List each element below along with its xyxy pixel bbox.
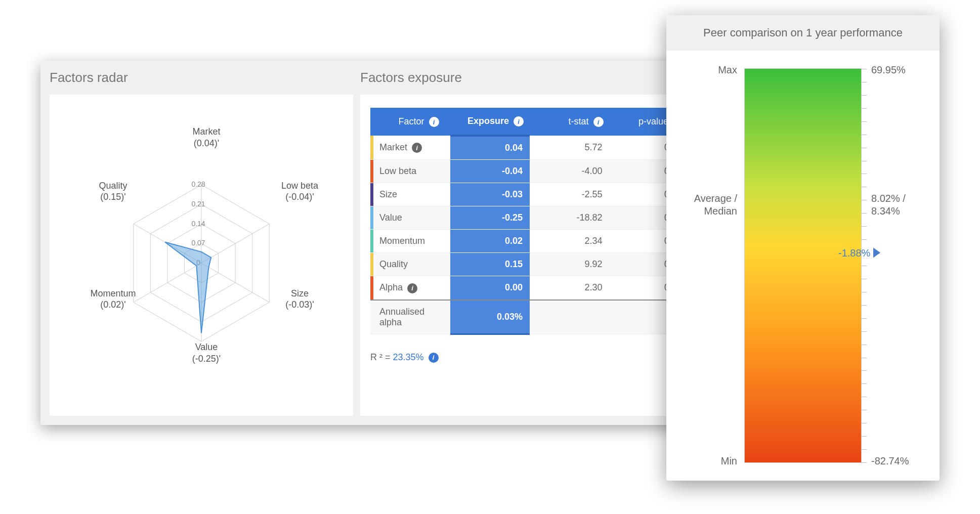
main-panel: Factors radar 00.070.140.210.28 Market (… <box>40 61 708 425</box>
cell-tstat: 9.92 <box>530 253 610 276</box>
col-exposure: Exposure i <box>450 108 530 136</box>
avg-median-label: Average / Median <box>694 192 737 218</box>
col-t-stat: t-stat i <box>530 108 610 136</box>
performance-indicator: -1.88% <box>838 247 880 259</box>
radar-axis-label: Low beta (-0.04)' <box>269 180 330 203</box>
col-factor: Factor i <box>370 108 450 136</box>
svg-text:0.21: 0.21 <box>191 199 205 207</box>
info-icon[interactable]: i <box>429 117 439 127</box>
tick-rail <box>862 69 869 462</box>
cell-exposure: -0.25 <box>450 206 530 230</box>
triangle-right-icon <box>873 248 880 258</box>
radar-axis-label: Quality (0.15)' <box>83 180 144 203</box>
info-icon[interactable]: i <box>412 143 422 153</box>
cell-exposure: -0.04 <box>450 160 530 183</box>
cell-tstat: 5.72 <box>530 136 610 160</box>
cell-tstat: -18.82 <box>530 206 610 230</box>
info-icon[interactable]: i <box>593 117 604 127</box>
factor-name: Value <box>370 206 450 230</box>
table-row: Alpha i0.002.300.02 <box>370 276 689 300</box>
max-label: Max <box>718 64 737 76</box>
footer-label: Annualised alpha <box>370 300 450 334</box>
footer-value: 0.03% <box>450 300 530 334</box>
factor-name: Size <box>370 183 450 206</box>
peer-title: Peer comparison on 1 year performance <box>666 15 940 51</box>
factors-exposure-column: Factors exposure Factor iExposure it-sta… <box>360 70 699 416</box>
table-row: Market i0.045.720.00 <box>370 136 689 160</box>
peer-body: Max 69.95% Average / Median 8.02% / 8.34… <box>666 51 940 481</box>
cell-exposure: 0.04 <box>450 136 530 160</box>
peer-comparison-panel: Peer comparison on 1 year performance Ma… <box>666 15 940 481</box>
factors-radar-column: Factors radar 00.070.140.210.28 Market (… <box>50 70 353 416</box>
info-icon[interactable]: i <box>407 283 417 293</box>
svg-text:0.28: 0.28 <box>191 180 205 188</box>
min-label: Min <box>721 455 737 467</box>
table-row: Value-0.25-18.820.00 <box>370 206 689 230</box>
r-squared-value: 23.35% <box>393 352 424 362</box>
svg-text:0.07: 0.07 <box>191 239 205 247</box>
table-row: Size-0.03-2.550.01 <box>370 183 689 206</box>
r-squared-label: R ² = <box>370 352 393 362</box>
svg-text:0.14: 0.14 <box>191 219 205 227</box>
factors-exposure-card: Factor iExposure it-stat ip-value i Mark… <box>360 95 699 416</box>
info-icon[interactable]: i <box>514 116 524 126</box>
cell-tstat: -4.00 <box>530 160 610 183</box>
factor-name: Market i <box>370 136 450 160</box>
table-row: Low beta-0.04-4.000.00 <box>370 160 689 183</box>
cell-exposure: 0.15 <box>450 253 530 276</box>
radar-axis-label: Market (0.04)' <box>176 126 237 149</box>
factor-name: Momentum <box>370 230 450 253</box>
table-row: Momentum0.022.340.02 <box>370 230 689 253</box>
min-value: -82.74% <box>871 455 909 467</box>
radar-axis-label: Momentum (0.02)' <box>83 288 144 311</box>
max-value: 69.95% <box>871 64 906 76</box>
indicator-value: -1.88% <box>838 247 870 259</box>
table-row: Quality0.159.920.00 <box>370 253 689 276</box>
exposure-table: Factor iExposure it-stat ip-value i Mark… <box>370 108 689 335</box>
factors-radar-title: Factors radar <box>50 70 353 85</box>
cell-tstat: -2.55 <box>530 183 610 206</box>
gradient-bar <box>745 69 861 462</box>
cell-tstat: 2.34 <box>530 230 610 253</box>
radar-axis-label: Size (-0.03)' <box>269 288 330 311</box>
factor-name: Low beta <box>370 160 450 183</box>
cell-exposure: -0.03 <box>450 183 530 206</box>
avg-median-value: 8.02% / 8.34% <box>871 192 906 218</box>
cell-tstat: 2.30 <box>530 276 610 300</box>
info-icon[interactable]: i <box>429 353 439 363</box>
factors-exposure-title: Factors exposure <box>360 70 699 85</box>
cell-exposure: 0.02 <box>450 230 530 253</box>
r-squared-line: R ² = 23.35% i <box>370 352 689 363</box>
cell-exposure: 0.00 <box>450 276 530 300</box>
factor-name: Quality <box>370 253 450 276</box>
factor-name: Alpha i <box>370 276 450 300</box>
factors-radar-card: 00.070.140.210.28 Market (0.04)'Low beta… <box>50 95 353 416</box>
radar-axis-label: Value (-0.25)' <box>176 341 237 364</box>
